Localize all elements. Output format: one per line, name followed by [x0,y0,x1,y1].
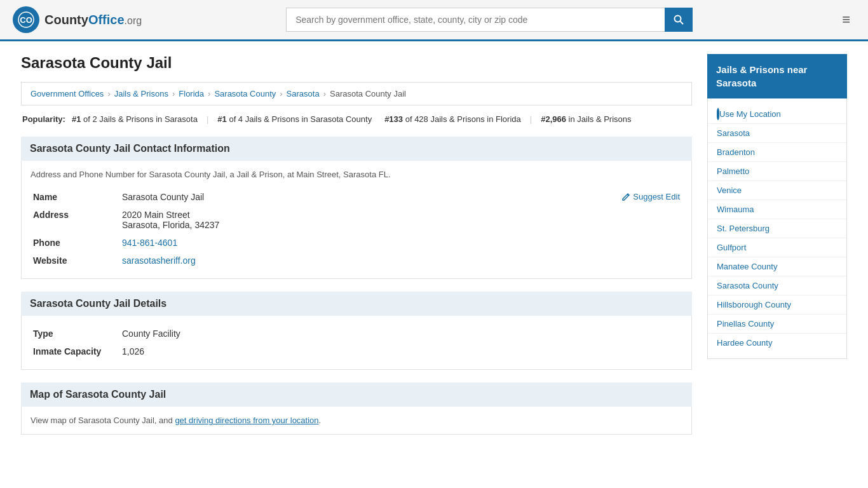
popularity-section: Popularity: #1 of 2 Jails & Prisons in S… [21,114,692,124]
logo-text: CountyOffice.org [44,13,142,27]
name-value: Sarasota County Jail Suggest Edit [119,188,682,206]
pop-divider-2: | [530,114,532,124]
name-label: Name [31,188,119,206]
breadcrumb-sep-3: › [208,89,210,98]
sidebar-link-2[interactable]: Palmetto [708,162,846,181]
sidebar-link-9[interactable]: Hillsborough County [708,295,846,315]
search-area [286,8,693,32]
phone-link[interactable]: 941-861-4601 [122,238,177,248]
sidebar-link-11[interactable]: Hardee County [708,334,846,352]
sidebar-header: Jails & Prisons near Sarasota [707,54,847,98]
details-info-table: Type County Facility Inmate Capacity 1,0… [31,325,682,360]
svg-text:CO: CO [20,15,32,25]
breadcrumb-current: Sarasota County Jail [330,89,406,98]
address-label: Address [31,206,119,234]
sidebar-list: Use My Location SarasotaBradentonPalmett… [707,98,847,359]
type-value: County Facility [119,325,682,342]
pop-item-4: #2,966 in Jails & Prisons [541,114,631,124]
search-button[interactable] [665,8,693,32]
pop-divider-1: | [207,114,208,124]
contact-info-table: Name Sarasota County Jail Suggest Edit [31,188,682,269]
details-section-header: Sarasota County Jail Details [21,292,692,316]
map-section-header: Map of Sarasota County Jail [21,383,692,407]
pop-item-1: #1 of 2 Jails & Prisons in Sarasota [72,114,198,124]
contact-section-header: Sarasota County Jail Contact Information [21,137,692,161]
site-header: CO CountyOffice.org ≡ [0,0,868,41]
contact-description: Address and Phone Number for Sarasota Co… [31,170,682,179]
phone-value: 941-861-4601 [119,234,682,252]
sidebar-link-4[interactable]: Wimauma [708,200,846,219]
capacity-label: Inmate Capacity [31,342,119,360]
breadcrumb-sep-4: › [280,89,282,98]
sidebar-link-1[interactable]: Bradenton [708,143,846,162]
website-value: sarasotasheriff.org [119,252,682,269]
phone-label: Phone [31,234,119,252]
search-input[interactable] [286,8,665,32]
breadcrumb-link-jails[interactable]: Jails & Prisons [114,89,168,98]
sidebar-link-6[interactable]: Gulfport [708,238,846,257]
address-value: 2020 Main Street Sarasota, Florida, 3423… [119,206,682,234]
type-label: Type [31,325,119,342]
website-row: Website sarasotasheriff.org [31,252,682,269]
address-row: Address 2020 Main Street Sarasota, Flori… [31,206,682,234]
capacity-row: Inmate Capacity 1,026 [31,342,682,360]
menu-button[interactable]: ≡ [837,9,855,30]
breadcrumb-sep-1: › [107,89,110,98]
driving-directions-link[interactable]: get driving directions from your locatio… [175,416,318,425]
breadcrumb-sep-2: › [172,89,175,98]
pop-item-3: #133 of 428 Jails & Prisons in Florida [384,114,521,124]
search-icon [674,15,684,25]
sidebar-link-3[interactable]: Venice [708,181,846,200]
page-title: Sarasota County Jail [21,54,692,72]
phone-row: Phone 941-861-4601 [31,234,682,252]
sidebar-link-8[interactable]: Sarasota County [708,276,846,295]
breadcrumb-link-sarasota[interactable]: Sarasota [287,89,320,98]
map-section-body: View map of Sarasota County Jail, and ge… [21,407,692,435]
breadcrumb-sep-5: › [323,89,326,98]
edit-icon [621,193,630,201]
sidebar-link-10[interactable]: Pinellas County [708,315,846,334]
sidebar-link-7[interactable]: Manatee County [708,257,846,276]
svg-point-2 [675,16,681,22]
pop-item-2: #1 of 4 Jails & Prisons in Sarasota Coun… [217,114,372,124]
breadcrumb-link-gov[interactable]: Government Offices [31,89,104,98]
breadcrumb-link-sarasota-county[interactable]: Sarasota County [214,89,276,98]
logo-icon: CO [13,6,39,33]
suggest-edit-link[interactable]: Suggest Edit [621,192,680,201]
map-description: View map of Sarasota County Jail, and ge… [31,416,682,425]
contact-section-body: Address and Phone Number for Sarasota Co… [21,161,692,279]
name-row: Name Sarasota County Jail Suggest Edit [31,188,682,206]
details-section-body: Type County Facility Inmate Capacity 1,0… [21,316,692,370]
popularity-label: Popularity: [22,114,65,124]
svg-line-3 [681,22,684,25]
type-row: Type County Facility [31,325,682,342]
sidebar-link-0[interactable]: Sarasota [708,124,846,143]
capacity-value: 1,026 [119,342,682,360]
breadcrumb-link-florida[interactable]: Florida [179,89,204,98]
website-label: Website [31,252,119,269]
content-area: Sarasota County Jail Government Offices … [21,54,692,447]
main-container: Sarasota County Jail Government Offices … [8,41,860,460]
use-my-location-link[interactable]: Use My Location [708,105,846,124]
logo-area: CO CountyOffice.org [13,6,142,33]
breadcrumb: Government Offices › Jails & Prisons › F… [21,82,692,105]
sidebar: Jails & Prisons near Sarasota Use My Loc… [707,54,847,447]
sidebar-link-5[interactable]: St. Petersburg [708,219,846,238]
website-link[interactable]: sarasotasheriff.org [122,255,196,266]
